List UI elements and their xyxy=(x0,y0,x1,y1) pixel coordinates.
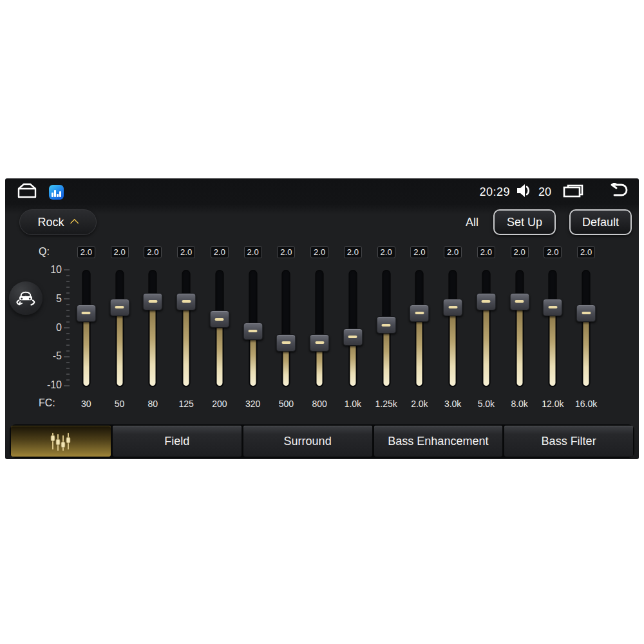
band-slider[interactable] xyxy=(403,270,437,387)
bottom-tab-bar: FieldSurroundBass EnhancementBass Filter xyxy=(10,424,634,458)
eq-app-icon[interactable] xyxy=(49,185,64,200)
band-slider[interactable] xyxy=(169,270,203,387)
tab-label: Surround xyxy=(284,435,332,448)
band-frequency-label: 1.25k xyxy=(375,399,397,409)
tab-field[interactable]: Field xyxy=(113,426,242,457)
speaker-icon[interactable] xyxy=(516,184,533,200)
slider-handle[interactable] xyxy=(109,299,129,316)
q-value[interactable]: 2.0 xyxy=(511,246,529,258)
slider-handle[interactable] xyxy=(509,293,529,310)
recent-apps-icon[interactable] xyxy=(562,183,584,201)
band-slider[interactable] xyxy=(103,270,137,387)
eq-band: 2.0 1.25k xyxy=(370,246,403,409)
eq-band: 2.0 320 xyxy=(236,246,270,409)
band-slider[interactable] xyxy=(536,270,570,387)
equalizer-sliders-icon xyxy=(46,431,76,451)
home-icon[interactable] xyxy=(15,182,39,202)
default-button[interactable]: Default xyxy=(569,209,632,235)
band-slider[interactable] xyxy=(236,270,270,387)
band-slider[interactable] xyxy=(469,270,503,387)
q-value[interactable]: 2.0 xyxy=(344,246,362,258)
scale-label: 0 xyxy=(35,322,62,334)
slider-handle[interactable] xyxy=(343,328,363,346)
band-frequency-label: 8.0k xyxy=(511,399,527,409)
eq-band: 2.0 3.0k xyxy=(436,246,469,409)
eq-band: 2.0 30 xyxy=(70,246,103,409)
band-frequency-label: 1.0k xyxy=(345,399,361,409)
band-frequency-label: 16.0k xyxy=(575,399,597,409)
scale-label: -5 xyxy=(35,350,62,362)
q-value[interactable]: 2.0 xyxy=(144,246,162,258)
status-bar: 20:29 20 xyxy=(5,181,639,203)
head-unit-screen: 20:29 20 xyxy=(5,178,639,459)
slider-handle[interactable] xyxy=(276,334,296,352)
q-value[interactable]: 2.0 xyxy=(111,246,129,258)
slider-handle[interactable] xyxy=(476,293,496,310)
slider-fill xyxy=(83,312,89,386)
band-frequency-label: 125 xyxy=(178,399,193,409)
q-value[interactable]: 2.0 xyxy=(444,246,462,258)
eq-band: 2.0 1.0k xyxy=(336,246,370,409)
slider-handle[interactable] xyxy=(543,299,563,316)
slider-fill xyxy=(150,300,156,386)
q-value[interactable]: 2.0 xyxy=(477,246,495,258)
scale-label: -10 xyxy=(35,379,62,391)
q-value[interactable]: 2.0 xyxy=(577,246,595,258)
scale-tick xyxy=(64,298,70,299)
band-slider[interactable] xyxy=(436,270,469,387)
band-slider[interactable] xyxy=(203,270,236,387)
back-icon[interactable] xyxy=(607,183,629,201)
tab-surround[interactable]: Surround xyxy=(243,426,372,457)
fc-row-label: FC: xyxy=(39,397,55,409)
band-slider[interactable] xyxy=(303,270,336,387)
band-slider[interactable] xyxy=(569,270,603,387)
eq-band: 2.0 50 xyxy=(103,246,137,409)
slider-handle[interactable] xyxy=(209,310,229,328)
slider-fill xyxy=(417,312,422,386)
car-surround-button[interactable] xyxy=(9,281,43,315)
slider-fill xyxy=(117,306,122,386)
preset-dropdown[interactable]: Rock xyxy=(19,209,97,235)
q-value[interactable]: 2.0 xyxy=(544,246,562,258)
tab-bass-enhancement[interactable]: Bass Enhancement xyxy=(374,426,503,457)
slider-fill xyxy=(483,300,489,386)
band-slider[interactable] xyxy=(336,270,370,387)
set-up-button[interactable]: Set Up xyxy=(493,209,556,235)
band-slider[interactable] xyxy=(370,270,403,387)
band-slider[interactable] xyxy=(270,270,303,387)
eq-band: 2.0 5.0k xyxy=(469,246,503,409)
tab-equalizer[interactable] xyxy=(11,426,111,457)
all-label[interactable]: All xyxy=(466,216,478,229)
q-value[interactable]: 2.0 xyxy=(177,246,195,258)
slider-handle[interactable] xyxy=(143,293,163,310)
band-frequency-label: 5.0k xyxy=(478,399,495,409)
q-value[interactable]: 2.0 xyxy=(77,246,95,258)
q-value[interactable]: 2.0 xyxy=(377,246,395,258)
band-frequency-label: 12.0k xyxy=(542,399,564,409)
q-value[interactable]: 2.0 xyxy=(310,246,328,258)
q-value[interactable]: 2.0 xyxy=(277,246,295,258)
slider-handle[interactable] xyxy=(76,305,96,322)
q-value[interactable]: 2.0 xyxy=(244,246,262,258)
clock: 20:29 xyxy=(479,185,510,199)
scale-tick xyxy=(64,385,70,386)
scale-tick xyxy=(64,356,70,357)
band-slider[interactable] xyxy=(137,270,170,387)
slider-handle[interactable] xyxy=(376,316,396,334)
slider-handle[interactable] xyxy=(443,299,463,316)
band-frequency-label: 30 xyxy=(81,399,91,409)
q-value[interactable]: 2.0 xyxy=(410,246,428,258)
slider-handle[interactable] xyxy=(410,305,430,322)
band-slider[interactable] xyxy=(70,270,103,387)
q-value[interactable]: 2.0 xyxy=(211,246,229,258)
volume-level: 20 xyxy=(538,185,551,199)
slider-handle[interactable] xyxy=(310,334,330,352)
slider-handle[interactable] xyxy=(576,305,596,322)
tab-bass-filter[interactable]: Bass Filter xyxy=(504,426,633,457)
band-slider[interactable] xyxy=(503,270,536,387)
eq-band: 2.0 12.0k xyxy=(536,246,570,409)
scale-tick xyxy=(64,327,70,328)
slider-handle[interactable] xyxy=(176,293,196,310)
slider-handle[interactable] xyxy=(243,323,263,340)
band-frequency-label: 800 xyxy=(312,399,327,409)
